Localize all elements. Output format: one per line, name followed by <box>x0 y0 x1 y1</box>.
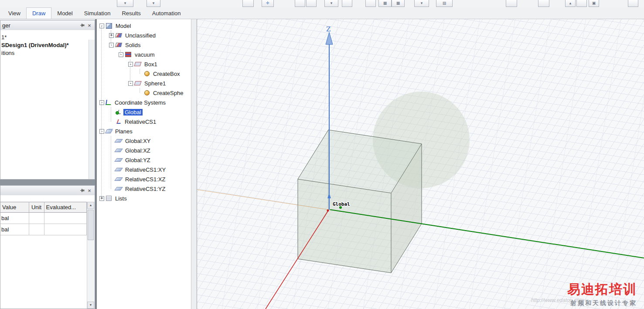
tree-item-label[interactable]: Unclassified <box>124 32 157 39</box>
tree-item-label[interactable]: Box1 <box>143 61 159 68</box>
expand-toggle-icon[interactable]: - <box>99 100 104 105</box>
expand-toggle-icon[interactable]: - <box>99 129 104 134</box>
panel-divider[interactable] <box>0 180 95 185</box>
toolbar-button[interactable] <box>538 0 549 7</box>
toolbar-button[interactable]: ▤ <box>436 0 453 7</box>
cell-value[interactable]: bal <box>0 213 29 224</box>
plane-icon <box>114 139 123 143</box>
origin-cs-label: Global <box>333 201 350 207</box>
toolbar-button[interactable] <box>506 0 517 7</box>
box-object-front-face[interactable] <box>298 179 391 273</box>
expand-toggle-icon[interactable]: - <box>99 24 104 28</box>
tree-item-label[interactable]: RelativeCS1:XZ <box>124 176 167 183</box>
tree-item-planes: - Planes <box>97 126 191 136</box>
z-axis-label: Z <box>326 25 331 33</box>
table-row[interactable]: bal <box>0 224 86 235</box>
menu-bar: View Draw Model Simulation Results Autom… <box>0 7 644 19</box>
toolbar-button[interactable] <box>365 0 376 7</box>
tree-item-label[interactable]: CreateSphe <box>152 90 184 96</box>
properties-scrollbar[interactable]: ▲ ▼ <box>87 202 95 309</box>
menu-view[interactable]: View <box>3 7 26 19</box>
plane-icon <box>114 168 123 171</box>
tree-item-label[interactable]: Sphere1 <box>143 80 167 87</box>
toolbar-button[interactable]: ▾ <box>324 0 338 7</box>
toolbar-button[interactable] <box>306 0 317 7</box>
toolbar-button[interactable] <box>242 0 254 7</box>
project-tree-item-design[interactable]: SDesign1 (DrivenModal)* <box>0 41 95 49</box>
expand-toggle-icon[interactable]: - <box>128 81 133 86</box>
column-header-unit[interactable]: Unit <box>29 202 44 213</box>
scrollbar-thumb[interactable] <box>88 210 94 240</box>
cell-unit[interactable] <box>29 213 44 224</box>
tree-item-createbox: CreateBox <box>97 69 191 78</box>
scroll-up-icon[interactable]: ▲ <box>87 202 94 209</box>
scroll-down-icon[interactable]: ▼ <box>87 302 94 309</box>
cell-evaluated <box>44 213 86 224</box>
menu-model[interactable]: Model <box>51 7 78 19</box>
toolbar-button[interactable]: ▦ <box>378 0 392 7</box>
project-tree-item[interactable]: itions <box>0 49 95 57</box>
toolbar-button[interactable]: ▾ <box>414 0 429 7</box>
tree-item-box1: - Box1 <box>97 59 191 69</box>
tree-item-label[interactable]: Planes <box>114 128 134 135</box>
expand-toggle-icon[interactable]: - <box>128 62 133 67</box>
tree-item-label[interactable]: RelativeCS1 <box>123 119 157 125</box>
tree-item-model: - Model <box>97 21 191 31</box>
expand-toggle-icon[interactable]: + <box>99 196 104 201</box>
close-icon[interactable]: × <box>86 187 93 194</box>
tree-panel-edge[interactable] <box>191 19 197 309</box>
toolbar-button[interactable]: ▦ <box>392 0 405 7</box>
toolbar-button[interactable]: ▾ <box>147 0 160 7</box>
project-manager-title: ger <box>2 22 10 29</box>
cell-value[interactable]: bal <box>0 224 29 235</box>
toolbar-strip: ▾ ▾ ✛ ▾ ▦ ▦ ▾ ▤ ▴ ▣ <box>0 0 644 8</box>
menu-results[interactable]: Results <box>116 7 146 19</box>
column-header-value[interactable]: Value <box>0 202 29 213</box>
create-sphere-icon <box>144 90 150 95</box>
toolbar-button[interactable] <box>576 0 587 7</box>
project-tree-scrollbar[interactable] <box>89 40 95 179</box>
solids-icon <box>115 43 122 47</box>
viewport-3d[interactable]: Z Global http://www.edatop.com 易迪拓培训 射频和… <box>197 19 644 309</box>
toolbar-button[interactable]: ✛ <box>262 0 274 7</box>
project-tree-item[interactable]: 1* <box>0 34 95 41</box>
close-icon[interactable]: × <box>86 22 93 29</box>
toolbar-button[interactable]: ▴ <box>565 0 576 7</box>
cell-unit[interactable] <box>29 224 44 235</box>
tree-item-solids: - Solids <box>97 40 191 50</box>
menu-draw[interactable]: Draw <box>26 7 51 19</box>
menu-simulation[interactable]: Simulation <box>78 7 116 19</box>
table-row[interactable]: bal <box>0 213 86 224</box>
model-icon <box>106 23 112 29</box>
tree-item-label[interactable]: Global:XY <box>124 138 152 144</box>
pin-icon[interactable] <box>79 187 86 194</box>
menu-automation[interactable]: Automation <box>147 7 187 19</box>
unclassified-icon <box>115 33 122 37</box>
toolbar-button[interactable]: ▾ <box>117 0 133 7</box>
expand-toggle-icon[interactable]: - <box>109 43 114 48</box>
tree-item-label[interactable]: Solids <box>124 42 142 48</box>
origin-x-marker <box>327 210 329 212</box>
expand-toggle-icon[interactable]: - <box>119 52 123 57</box>
tree-item-label[interactable]: vacuum <box>133 51 156 58</box>
z-axis-arrow-icon <box>326 32 333 44</box>
app-window: ▾ ▾ ✛ ▾ ▦ ▦ ▾ ▤ ▴ ▣ View Draw Model Simu… <box>0 0 644 309</box>
expand-toggle-icon[interactable]: + <box>109 33 114 38</box>
tree-item-label[interactable]: Global:XZ <box>124 147 152 154</box>
tree-item-label[interactable]: RelativeCS1:XY <box>124 166 167 173</box>
tree-item-label[interactable]: Lists <box>114 195 128 202</box>
pin-icon[interactable] <box>79 22 86 29</box>
tree-item-label[interactable]: Model <box>114 23 132 29</box>
tree-item-label[interactable]: Global:YZ <box>124 157 152 163</box>
toolbar-button[interactable] <box>628 0 638 7</box>
tree-item-relativecs1: RelativeCS1 <box>97 117 191 126</box>
toolbar-button[interactable]: ▣ <box>589 0 599 7</box>
tree-item-label[interactable]: Coordinate Systems <box>113 99 167 106</box>
tree-item-label[interactable]: CreateBox <box>152 71 181 77</box>
tree-item-label-selected[interactable]: Global <box>123 109 143 115</box>
tree-item-label[interactable]: RelativeCS1:YZ <box>124 186 167 192</box>
toolbar-button[interactable] <box>295 0 305 7</box>
column-header-evaluated[interactable]: Evaluated... <box>44 202 86 213</box>
toolbar-button[interactable] <box>342 0 352 7</box>
lists-icon <box>106 196 112 201</box>
